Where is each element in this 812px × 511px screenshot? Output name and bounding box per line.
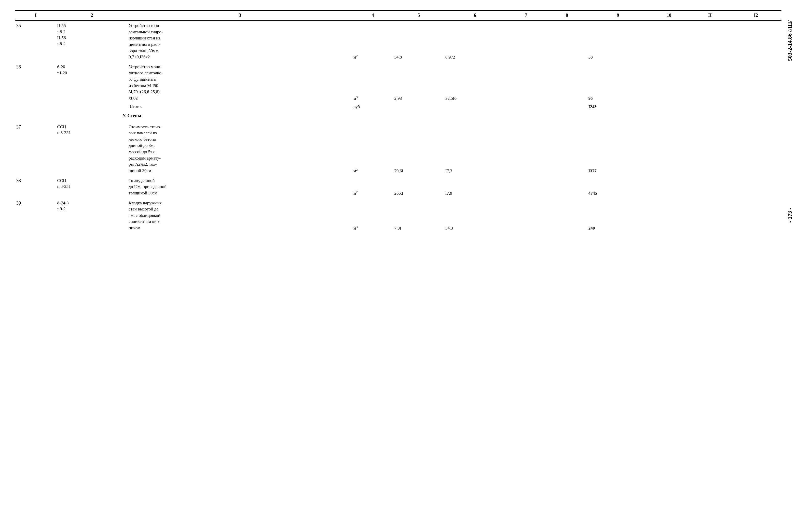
- row-col8: [546, 198, 587, 233]
- row-unit: м2: [352, 176, 393, 198]
- row-col11: [690, 122, 730, 176]
- row-col12: [730, 62, 781, 103]
- row-col10: [648, 198, 689, 233]
- row-col6: I7,3: [444, 122, 506, 176]
- row-code: ССЦ п.8-35I: [56, 176, 127, 198]
- row-col9: 95: [587, 62, 649, 103]
- col-header-3: 3: [127, 10, 352, 20]
- col-header-4: 4: [352, 10, 393, 20]
- row-col5: 54,8: [393, 20, 444, 62]
- row-unit: м3: [352, 198, 393, 233]
- row-col7: [506, 62, 546, 103]
- side-label-top: 503-2-14.86 /ЛП/: [786, 20, 793, 61]
- row-col9: 4745: [587, 176, 649, 198]
- row-col7: [506, 122, 546, 176]
- row-col10: [648, 62, 689, 103]
- row-description: Кладка наружных стен высотой до 4м, с об…: [127, 198, 352, 233]
- row-col6: I7,9: [444, 176, 506, 198]
- row-col7: [506, 20, 546, 62]
- col-header-8: 8: [546, 10, 587, 20]
- itogo-cell-2: [56, 103, 127, 111]
- row-code: ССЦ п.8-33I: [56, 122, 127, 176]
- side-label-bottom: - 173 -: [786, 208, 793, 223]
- itogo-cell-4: руб: [352, 103, 393, 111]
- row-col8: [546, 176, 587, 198]
- table-row: 37ССЦ п.8-33IСтоимость стено- вых панеле…: [15, 122, 781, 176]
- row-number: 36: [15, 62, 56, 103]
- row-col8: [546, 62, 587, 103]
- itogo-cell-3: Итого:: [127, 103, 352, 111]
- row-col8: [546, 122, 587, 176]
- table-row: 35II-55 т.8-I II-56 т.8-2Устройство гори…: [15, 20, 781, 62]
- row-number: 37: [15, 122, 56, 176]
- row-unit: м3: [352, 62, 393, 103]
- row-description: Устройство гори- зонтальной гидро- изоля…: [127, 20, 352, 62]
- row-col9: 240: [587, 198, 649, 233]
- row-col5: 2,93: [393, 62, 444, 103]
- row-code: 6-20 т.I-20: [56, 62, 127, 103]
- row-col5: 7,0I: [393, 198, 444, 233]
- col-header-9: 9: [587, 10, 649, 20]
- row-number: 35: [15, 20, 56, 62]
- row-col5: 79,6I: [393, 122, 444, 176]
- row-col9: 53: [587, 20, 649, 62]
- row-col7: [506, 198, 546, 233]
- col-header-7: 7: [506, 10, 546, 20]
- itogo-cell-1: [15, 103, 56, 111]
- row-col5: 265,I: [393, 176, 444, 198]
- itogo-cell-12: [730, 103, 781, 111]
- row-unit: м2: [352, 20, 393, 62]
- row-col11: [690, 62, 730, 103]
- row-col6: 0,972: [444, 20, 506, 62]
- row-col11: [690, 20, 730, 62]
- col-header-6: 6: [444, 10, 506, 20]
- row-col6: 34,3: [444, 198, 506, 233]
- row-col11: [690, 176, 730, 198]
- itogo-cell-9: I243: [587, 103, 649, 111]
- col-header-1: I: [15, 10, 56, 20]
- row-col11: [690, 198, 730, 233]
- header-row: I 2 3 4 5 6 7 8 9 10 II I2: [15, 10, 781, 20]
- itogo-cell-6: [444, 103, 506, 111]
- col-header-5: 5: [393, 10, 444, 20]
- main-table: I 2 3 4 5 6 7 8 9 10 II I2 35II-55 т.8-I…: [15, 10, 781, 233]
- itogo-row: Итого:рубI243: [15, 103, 781, 111]
- row-col10: [648, 122, 689, 176]
- section-label: У. Стены: [15, 110, 781, 122]
- table-row: 398-74-3 т.9-2Кладка наружных стен высот…: [15, 198, 781, 233]
- table-row: 38ССЦ п.8-35IТо же, длиной до I2м, приве…: [15, 176, 781, 198]
- row-number: 38: [15, 176, 56, 198]
- row-code: 8-74-3 т.9-2: [56, 198, 127, 233]
- row-col7: [506, 176, 546, 198]
- col-header-10: 10: [648, 10, 689, 20]
- col-header-11: II: [690, 10, 730, 20]
- row-code: II-55 т.8-I II-56 т.8-2: [56, 20, 127, 62]
- table-row: 366-20 т.I-20Устройство моно- литного ле…: [15, 62, 781, 103]
- itogo-cell-5: [393, 103, 444, 111]
- row-col8: [546, 20, 587, 62]
- row-col6: 32,5I6: [444, 62, 506, 103]
- row-description: То же, длиной до I2м, приведенной толщин…: [127, 176, 352, 198]
- row-col12: [730, 122, 781, 176]
- col-header-12: I2: [730, 10, 781, 20]
- page-container: 503-2-14.86 /ЛП/ - 173 - I 2 3 4 5 6 7 8…: [15, 10, 797, 233]
- row-col9: I377: [587, 122, 649, 176]
- row-col12: [730, 198, 781, 233]
- row-col12: [730, 20, 781, 62]
- row-number: 39: [15, 198, 56, 233]
- col-header-2: 2: [56, 10, 127, 20]
- row-description: Устройство моно- литного ленточно- го фу…: [127, 62, 352, 103]
- section-header-row: У. Стены: [15, 110, 781, 122]
- row-col10: [648, 176, 689, 198]
- row-unit: м2: [352, 122, 393, 176]
- itogo-cell-7: [506, 103, 546, 111]
- itogo-cell-10: [648, 103, 689, 111]
- row-col10: [648, 20, 689, 62]
- side-labels: 503-2-14.86 /ЛП/ - 173 -: [783, 20, 797, 223]
- row-col12: [730, 176, 781, 198]
- itogo-cell-8: [546, 103, 587, 111]
- itogo-cell-11: [690, 103, 730, 111]
- row-description: Стоимость стено- вых панелей из легкого …: [127, 122, 352, 176]
